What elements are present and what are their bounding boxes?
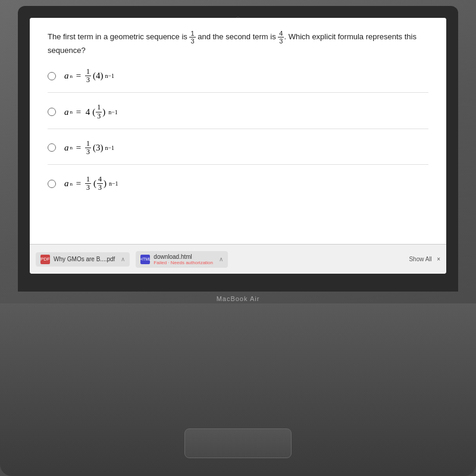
html-tab-arrow[interactable]: ∧ [219, 256, 223, 262]
screen-bezel: The first term in a geometric sequence i… [18, 6, 458, 292]
screen: The first term in a geometric sequence i… [30, 18, 446, 274]
radio-b[interactable] [48, 108, 56, 116]
show-all-button[interactable]: Show All × [409, 256, 440, 262]
second-term-denominator: 3 [278, 37, 284, 45]
pdf-tab-close[interactable]: ∧ [121, 256, 125, 262]
keyboard-area: esc F1 F2 F3 F4 F5 F6 F7 F8 F9 F10 F11 F… [0, 303, 476, 476]
formula-b: an = 4 (13) n−1 [64, 104, 118, 120]
html-tab[interactable]: HTML download.html Failed · Needs author… [136, 251, 228, 268]
radio-a[interactable] [48, 72, 56, 80]
first-term-numerator: 1 [189, 30, 195, 37]
pdf-tab[interactable]: PDF Why GMOs are B....pdf ∧ [36, 252, 130, 267]
option-b[interactable]: an = 4 (13) n−1 [48, 104, 428, 129]
formula-a: an = 13 (4)n−1 [64, 68, 114, 84]
radio-d[interactable] [48, 180, 56, 188]
laptop-body: The first term in a geometric sequence i… [0, 0, 476, 476]
html-icon: HTML [140, 255, 150, 264]
trackpad[interactable] [184, 428, 292, 458]
formula-c: an = 13 (3)n−1 [64, 140, 114, 156]
formula-d: an = 13 (43) n−1 [64, 176, 118, 192]
close-button[interactable]: × [437, 256, 440, 262]
option-c[interactable]: an = 13 (3)n−1 [48, 140, 428, 165]
pdf-tab-title: Why GMOs are B....pdf [54, 256, 115, 262]
html-tab-subtitle: Failed · Needs authorization [154, 260, 213, 265]
pdf-icon: PDF [40, 255, 50, 264]
screen-content: The first term in a geometric sequence i… [30, 18, 446, 244]
browser-bar: PDF Why GMOs are B....pdf ∧ HTML downloa… [30, 244, 446, 274]
question-text: The first term in a geometric sequence i… [48, 30, 428, 57]
html-tab-title: download.html [154, 253, 213, 260]
option-a[interactable]: an = 13 (4)n−1 [48, 68, 428, 93]
first-term-denominator: 3 [189, 37, 195, 45]
macbook-label: MacBook Air [217, 295, 260, 302]
show-all-label: Show All [409, 256, 431, 262]
radio-c[interactable] [48, 143, 56, 152]
option-d[interactable]: an = 13 (43) n−1 [48, 176, 428, 200]
second-term-numerator: 4 [278, 30, 284, 37]
